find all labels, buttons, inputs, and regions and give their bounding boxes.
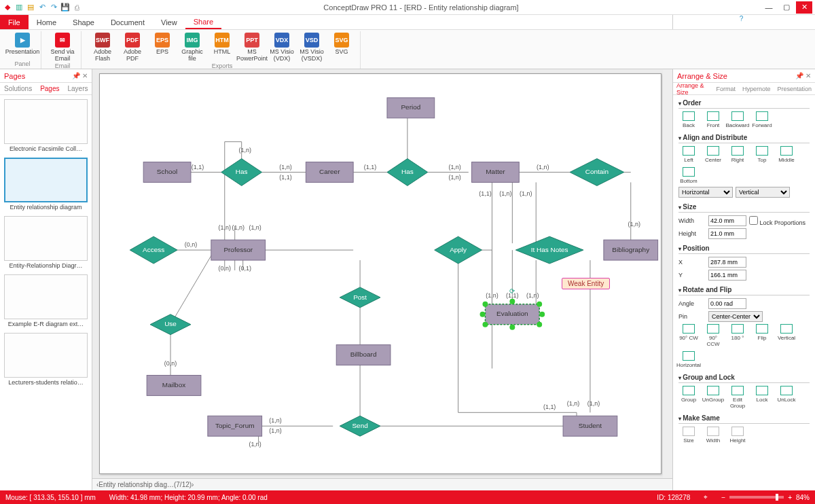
send-email-button[interactable]: ✉ Send via Email <box>48 31 77 62</box>
flip-button[interactable]: Flip <box>752 324 772 347</box>
unlock-button[interactable]: UnLock <box>776 386 797 409</box>
pdf-button[interactable]: PDFAdobe PDF <box>118 31 147 62</box>
maximize-icon[interactable]: ▢ <box>778 1 795 14</box>
lock-proportions-checkbox[interactable] <box>749 216 758 225</box>
save-icon[interactable]: 💾 <box>60 3 70 12</box>
align-bottom-button[interactable]: Bottom <box>678 167 699 184</box>
svg-text:(1,n): (1,n) <box>279 164 291 170</box>
subtab-format[interactable]: Format <box>712 83 739 94</box>
svg-text:Mailbox: Mailbox <box>162 381 185 389</box>
print-icon[interactable]: ⎙ <box>72 3 82 12</box>
svg-text:Has: Has <box>236 168 248 175</box>
page-thumb[interactable]: Lecturers-students relatio… <box>4 333 88 386</box>
tab-document[interactable]: Document <box>103 15 153 29</box>
rotate-ccw-button[interactable]: 90° CCW <box>703 324 723 347</box>
page-thumb[interactable]: Example E-R diagram ext… <box>4 274 88 327</box>
help-icon[interactable]: ? <box>740 15 744 22</box>
zoom-slider[interactable] <box>729 496 784 499</box>
align-middle-button[interactable]: Middle <box>776 146 797 163</box>
order-back-button[interactable]: Back <box>678 111 699 128</box>
page-thumb[interactable]: Entity relationship diagram <box>4 158 88 211</box>
svg-text:(1,1): (1,1) <box>479 190 491 197</box>
undo-icon[interactable]: ↶ <box>37 3 47 12</box>
distribute-horizontal[interactable]: Horizontal <box>678 187 733 198</box>
tab-share[interactable]: Share <box>185 15 221 29</box>
canvas-area: .ent { fill:#a99cb5; stroke:#7a6d8a; } .… <box>92 69 672 490</box>
eps-button[interactable]: EPSEPS <box>148 31 177 62</box>
subtab-solutions[interactable]: Solutions <box>0 83 36 94</box>
distribute-vertical[interactable]: Vertical <box>736 187 790 198</box>
order-front-button[interactable]: Front <box>703 111 723 128</box>
diagram-canvas[interactable]: .ent { fill:#a99cb5; stroke:#7a6d8a; } .… <box>99 73 662 474</box>
subtab-arrange[interactable]: Arrange & Size <box>673 83 712 94</box>
flip-horizontal-button[interactable]: Horizontal <box>678 351 699 368</box>
order-forward-button[interactable]: Forward <box>752 111 772 128</box>
vertical-scrollbar[interactable] <box>663 69 672 478</box>
redo-icon[interactable]: ↷ <box>49 3 58 12</box>
subtab-pages[interactable]: Pages <box>36 83 63 94</box>
y-input[interactable] <box>708 270 746 281</box>
svg-point-60 <box>537 302 542 307</box>
open-icon[interactable]: ▤ <box>26 3 35 12</box>
svg-point-62 <box>539 312 545 317</box>
pin-select[interactable]: Center-Center <box>708 311 763 322</box>
close-icon[interactable]: ✕ <box>796 1 812 14</box>
align-top-button[interactable]: Top <box>752 146 772 163</box>
tab-file[interactable]: File <box>0 15 29 29</box>
zoom-out-icon[interactable]: − <box>721 494 725 501</box>
align-left-button[interactable]: Left <box>678 146 699 163</box>
flip-vertical-button[interactable]: Vertical <box>776 324 797 347</box>
subtab-layers[interactable]: Layers <box>64 83 92 94</box>
page-thumb[interactable]: Electronic Facsimile Coll… <box>4 99 88 152</box>
sheet-page-index: (7/12) <box>174 481 192 488</box>
angle-input[interactable] <box>708 298 746 309</box>
same-height-button[interactable]: Height <box>727 427 748 444</box>
width-input[interactable] <box>708 215 746 226</box>
sheet-name[interactable]: Entity relationship diag… <box>98 481 174 488</box>
group-button[interactable]: Group <box>678 386 699 409</box>
tab-shape[interactable]: Shape <box>65 15 103 29</box>
zoom-in-icon[interactable]: + <box>788 494 792 501</box>
vsdx-button[interactable]: VSDMS Visio (VSDX) <box>297 31 326 62</box>
svg-text:Period: Period <box>401 103 420 111</box>
edit-group-button[interactable]: Edit Group <box>727 386 748 409</box>
next-sheet-icon[interactable]: › <box>192 481 194 488</box>
align-center-button[interactable]: Center <box>703 146 723 163</box>
subtab-presentation[interactable]: Presentation <box>774 83 815 94</box>
vdx-button[interactable]: VDXMS Visio (VDX) <box>268 31 296 62</box>
graphic-button[interactable]: IMGGraphic file <box>178 31 206 62</box>
status-tool-icon[interactable]: ⌖ <box>704 493 708 501</box>
same-size-button[interactable]: Size <box>678 427 699 444</box>
order-backward-button[interactable]: Backward <box>727 111 748 128</box>
lock-button[interactable]: Lock <box>752 386 772 409</box>
svg-text:(1,n): (1,n) <box>587 400 600 407</box>
page-thumb[interactable]: Entity-Relationship Diagr… <box>4 216 88 269</box>
subtab-hypernote[interactable]: Hypernote <box>739 83 774 94</box>
entity-matter: Matter <box>472 162 520 183</box>
align-right-button[interactable]: Right <box>727 146 748 163</box>
rotate-180-button[interactable]: 180 ° <box>727 324 748 347</box>
minimize-icon[interactable]: — <box>761 1 777 14</box>
svg-text:Use: Use <box>164 320 177 327</box>
new-icon[interactable]: ▥ <box>14 3 24 12</box>
tab-view[interactable]: View <box>153 15 185 29</box>
height-input[interactable] <box>708 228 746 239</box>
x-input[interactable] <box>708 257 746 268</box>
tab-home[interactable]: Home <box>29 15 65 29</box>
ppt-button[interactable]: PPTMS PowerPoint <box>238 31 266 62</box>
svg-text:(0,n): (0,n) <box>219 265 231 272</box>
presentation-button[interactable]: ▶ Presentation <box>8 31 37 60</box>
status-dims: Width: 41.98 mm; Height: 20.99 mm; Angle… <box>109 494 268 501</box>
svg-button[interactable]: SVGSVG <box>327 31 356 62</box>
ungroup-button[interactable]: UnGroup <box>703 386 723 409</box>
sheet-tab-bar[interactable]: ‹ Entity relationship diag… (7/12) › <box>92 478 672 490</box>
flash-button[interactable]: SWFAdobe Flash <box>88 31 117 62</box>
rotate-cw-button[interactable]: 90° CW <box>678 324 699 347</box>
svg-text:(1,n): (1,n) <box>486 292 498 299</box>
pin-icon[interactable]: 📌 ✕ <box>72 72 88 79</box>
pin-icon[interactable]: 📌 ✕ <box>795 72 811 79</box>
arrange-title: Arrange & Size <box>677 72 727 80</box>
same-width-button[interactable]: Width <box>703 427 723 444</box>
rel-apply: Apply <box>435 236 482 264</box>
html-button[interactable]: HTMHTML <box>208 31 236 62</box>
